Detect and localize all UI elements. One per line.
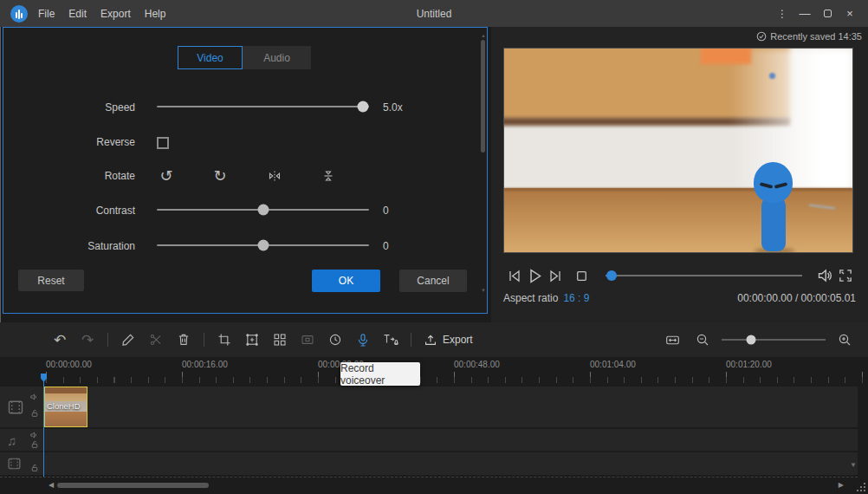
contrast-slider[interactable] xyxy=(157,204,369,216)
stop-button[interactable] xyxy=(571,265,592,286)
video-track-1[interactable]: CloneHD xyxy=(0,387,858,427)
titlebar: File Edit Export Help Untitled ⋮ — × xyxy=(0,0,868,27)
resize-grip-icon[interactable] xyxy=(856,482,866,492)
hscroll-left-icon[interactable]: ◀ xyxy=(49,481,54,489)
speed-value: 5.0x xyxy=(383,101,403,114)
timeline-zoom-thumb[interactable] xyxy=(746,335,755,345)
playback-controls xyxy=(503,263,856,288)
vertical-scroll-down-icon[interactable]: ▼ xyxy=(850,461,857,469)
close-button[interactable]: × xyxy=(839,3,861,25)
flip-horizontal-button[interactable] xyxy=(263,165,286,187)
speed-slider[interactable] xyxy=(157,101,369,113)
tab-video[interactable]: Video xyxy=(178,46,243,69)
save-status: Recently saved 14:35 xyxy=(756,31,862,42)
contrast-value: 0 xyxy=(383,205,389,217)
panel-scrollbar-thumb[interactable] xyxy=(481,40,485,153)
zoom-region-button[interactable] xyxy=(241,328,263,351)
more-options-icon[interactable]: ⋮ xyxy=(771,3,794,25)
maximize-button[interactable] xyxy=(816,3,839,25)
video-track-2[interactable] xyxy=(0,452,858,475)
ok-button[interactable]: OK xyxy=(312,270,380,292)
menu-file[interactable]: File xyxy=(38,8,55,20)
next-frame-button[interactable] xyxy=(545,265,566,286)
reset-button[interactable]: Reset xyxy=(18,270,84,291)
freeze-frame-button[interactable] xyxy=(296,328,319,351)
app-logo-icon xyxy=(10,5,28,23)
crop-button[interactable] xyxy=(213,328,236,351)
cancel-button[interactable]: Cancel xyxy=(399,270,467,292)
video-track-icon xyxy=(7,399,24,416)
track-mute-icon[interactable] xyxy=(29,431,38,439)
timeline-clip[interactable]: CloneHD xyxy=(44,387,87,427)
preview-info-row: Aspect ratio16 : 9 00:00:00.00 / 00:00:0… xyxy=(503,292,856,304)
video-track-icon xyxy=(7,457,22,471)
flip-vertical-button[interactable] xyxy=(317,165,340,187)
flip-horizontal-icon xyxy=(268,169,282,183)
minimize-button[interactable]: — xyxy=(794,3,816,25)
speed-slider-thumb[interactable] xyxy=(357,101,368,113)
fit-to-timeline-button[interactable] xyxy=(661,328,683,351)
export-label: Export xyxy=(443,334,473,346)
video-preview xyxy=(503,48,853,253)
undo-button[interactable]: ↶ xyxy=(49,328,71,351)
reverse-checkbox[interactable] xyxy=(157,137,169,149)
rotate-label: Rotate xyxy=(3,170,135,182)
fullscreen-icon[interactable] xyxy=(835,265,856,286)
tab-audio[interactable]: Audio xyxy=(243,46,311,69)
redo-button[interactable]: ↷ xyxy=(76,328,99,351)
track-mute-icon[interactable] xyxy=(29,393,38,401)
rotate-left-button[interactable]: ↺ xyxy=(155,165,178,187)
ruler-timestamp: 00:01:04.00 xyxy=(590,360,636,369)
window-controls: ⋮ — × xyxy=(771,3,868,25)
rotate-right-button[interactable]: ↻ xyxy=(209,165,231,187)
export-button[interactable]: Export xyxy=(424,333,473,347)
zoom-in-button[interactable] xyxy=(833,328,856,351)
record-voiceover-button[interactable] xyxy=(352,328,374,351)
duration-button[interactable] xyxy=(324,328,347,351)
zoom-out-button[interactable] xyxy=(691,328,714,351)
play-button[interactable] xyxy=(524,265,545,286)
playhead-line xyxy=(43,381,44,477)
timeline-toolbar: ↶ ↷ xyxy=(0,322,868,357)
hscroll-right-icon[interactable]: ▶ xyxy=(839,481,844,489)
split-button[interactable] xyxy=(145,328,167,351)
timeline: 00:00:00.00 00:00:16.00 00:00:32.00 00:0… xyxy=(0,357,868,494)
rotate-left-icon: ↺ xyxy=(159,166,172,185)
track-lock-icon[interactable] xyxy=(30,464,39,472)
panel-scrollbar[interactable]: ▲ ▼ xyxy=(481,35,486,291)
preview-progress-thumb[interactable] xyxy=(606,270,617,281)
menu-help[interactable]: Help xyxy=(145,8,166,20)
previous-frame-button[interactable] xyxy=(503,265,524,286)
aspect-ratio-label: Aspect ratio xyxy=(503,292,558,304)
ruler-timestamp: 00:00:48.00 xyxy=(454,360,500,369)
ruler-timestamp: 00:00:00.00 xyxy=(46,360,92,369)
timeline-ruler[interactable] xyxy=(43,372,868,383)
text-to-speech-button[interactable] xyxy=(379,328,402,351)
timeline-zoom-slider[interactable] xyxy=(722,334,826,346)
menubar: File Edit Export Help xyxy=(38,8,165,20)
scroll-up-icon[interactable]: ▲ xyxy=(481,33,486,38)
edit-clip-button[interactable] xyxy=(117,328,139,351)
maximize-icon xyxy=(824,10,832,17)
preview-progress-slider[interactable] xyxy=(606,270,802,282)
menu-export[interactable]: Export xyxy=(100,8,131,20)
reverse-label: Reverse xyxy=(3,136,135,148)
scroll-down-icon[interactable]: ▼ xyxy=(481,288,486,293)
audio-track[interactable]: ♫ xyxy=(0,429,858,451)
saturation-slider-thumb[interactable] xyxy=(257,240,269,251)
toolbar-divider xyxy=(107,333,108,347)
saturation-slider[interactable] xyxy=(157,239,369,251)
contrast-slider-thumb[interactable] xyxy=(257,205,269,216)
track-lock-icon[interactable] xyxy=(30,440,39,449)
window-light xyxy=(730,49,852,192)
mosaic-button[interactable] xyxy=(269,328,291,351)
volume-icon[interactable] xyxy=(814,265,835,286)
audio-track-icon: ♫ xyxy=(7,432,16,447)
menu-edit[interactable]: Edit xyxy=(68,8,87,20)
ruler-timestamp: 00:01:20.00 xyxy=(726,360,772,369)
aspect-ratio[interactable]: Aspect ratio16 : 9 xyxy=(503,292,589,304)
saturation-label: Saturation xyxy=(3,240,135,252)
track-lock-icon[interactable] xyxy=(30,409,39,418)
horizontal-scrollbar-thumb[interactable] xyxy=(57,483,209,488)
delete-button[interactable] xyxy=(172,328,195,351)
